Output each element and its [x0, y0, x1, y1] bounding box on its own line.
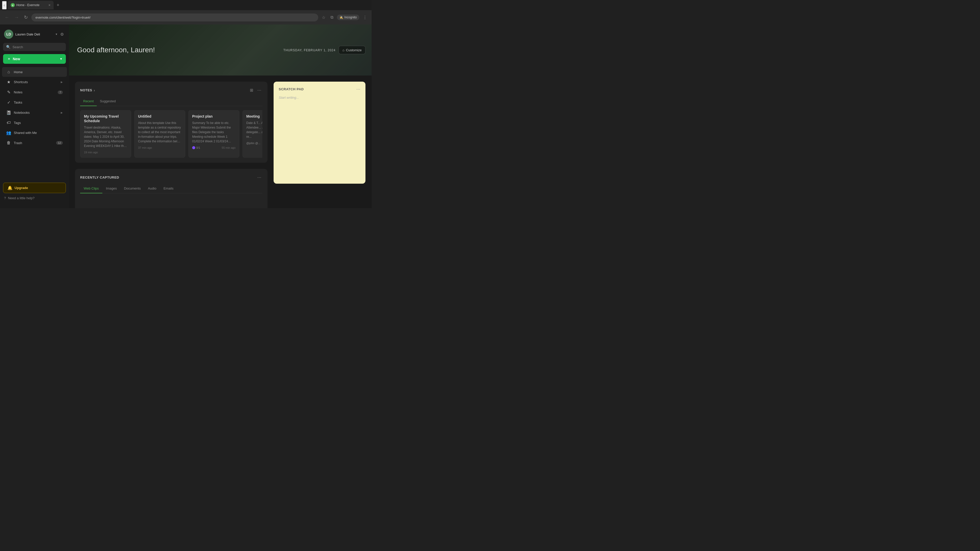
note-preview-2: About this template Use this template as… — [138, 121, 181, 144]
notes-widget-actions: ⊞ ⋯ — [249, 87, 262, 94]
note-preview-3: Summary To be able to etc. Major Milesto… — [192, 121, 235, 144]
tab-audio[interactable]: Audio — [144, 185, 160, 193]
customize-label: Customize — [346, 48, 362, 52]
tab-suggested[interactable]: Suggested — [97, 98, 119, 106]
note-meta-3: 0/1 55 min ago — [192, 146, 235, 149]
incognito-badge[interactable]: 🕵 Incognito — [337, 14, 360, 20]
tab-images[interactable]: Images — [102, 185, 121, 193]
user-name: Lauren Dale Deli — [15, 32, 54, 36]
note-title-1: My Upcoming Travel Schedule — [84, 114, 127, 123]
greeting-text: Good afternoon, Lauren! — [77, 46, 155, 54]
notes-menu-button[interactable]: ⋯ — [256, 87, 262, 94]
scratch-pad-menu-button[interactable]: ⋯ — [356, 87, 360, 92]
split-screen-button[interactable]: ⧉ — [329, 14, 335, 21]
home-icon: ⌂ — [6, 70, 11, 74]
note-card-1[interactable]: My Upcoming Travel Schedule Travel desti… — [80, 110, 131, 158]
content-area: NOTES › ⊞ ⋯ Recent Suggested — [69, 76, 372, 208]
browser-chrome: ‹ Home - Evernote × + ← → ↻ ☆ ⧉ 🕵 Incogn… — [0, 0, 372, 24]
note-time-3: 55 min ago — [222, 146, 235, 149]
sidebar-item-shortcuts[interactable]: ★ Shortcuts ▶ — [2, 77, 67, 87]
notes-tabs: Recent Suggested — [80, 98, 262, 106]
forward-button[interactable]: → — [13, 14, 21, 21]
menu-button[interactable]: ⋮ — [361, 14, 369, 21]
upgrade-label: Upgrade — [14, 186, 28, 190]
note-card-4[interactable]: Meeting Date & T... AM Goal the tasks...… — [242, 110, 262, 158]
trash-icon: 🗑 — [6, 141, 11, 145]
tab-history-back[interactable]: ‹ — [2, 1, 6, 10]
tab-title: Home - Evernote — [16, 3, 47, 7]
back-button[interactable]: ← — [3, 14, 11, 21]
tab-close-button[interactable]: × — [48, 3, 51, 7]
help-link[interactable]: ? Need a little help? — [3, 194, 66, 202]
incognito-icon: 🕵 — [339, 16, 343, 19]
new-button[interactable]: ＋ New ▾ — [3, 54, 66, 64]
sidebar-user[interactable]: LD Lauren Dale Deli ▾ ⚙ — [0, 27, 69, 42]
sidebar: LD Lauren Dale Deli ▾ ⚙ 🔍 Search ＋ New ▾… — [0, 24, 69, 208]
sidebar-item-home[interactable]: ⌂ Home — [2, 67, 67, 77]
notes-widget-header: NOTES › ⊞ ⋯ — [80, 87, 262, 94]
new-tab-button[interactable]: + — [55, 2, 62, 9]
captured-title: RECENTLY CAPTURED — [80, 176, 256, 179]
tab-web-clips[interactable]: Web Clips — [80, 185, 102, 193]
sidebar-nav: ⌂ Home ★ Shortcuts ▶ ✎ Notes 7 ✓ Tasks 📓… — [0, 67, 69, 179]
new-chevron-icon: ▾ — [60, 57, 62, 61]
search-bar[interactable]: 🔍 Search — [3, 43, 66, 51]
main-content: Good afternoon, Lauren! THURSDAY, FEBRUA… — [69, 24, 372, 208]
sidebar-item-tasks[interactable]: ✓ Tasks — [2, 97, 67, 107]
nav-notebooks-label: Notebooks — [14, 111, 58, 114]
scratch-pad-placeholder[interactable]: Start writing... — [279, 96, 360, 100]
note-meta-1: 19 min ago — [84, 151, 127, 154]
upgrade-button[interactable]: 🔔 Upgrade — [3, 183, 66, 193]
note-title-4: Meeting — [246, 114, 262, 119]
captured-menu-button[interactable]: ⋯ — [256, 174, 262, 181]
customize-icon: ⌂ — [342, 48, 345, 52]
tags-icon: 🏷 — [6, 121, 11, 125]
help-icon: ? — [4, 196, 6, 200]
task-dot-icon — [192, 146, 195, 149]
new-plus-icon: ＋ — [7, 57, 11, 61]
incognito-label: Incognito — [344, 16, 357, 19]
new-button-label: New — [13, 57, 58, 61]
notes-widget-title: NOTES — [80, 88, 92, 92]
notes-cards: My Upcoming Travel Schedule Travel desti… — [80, 110, 262, 158]
note-meta-4: @john @... 59 min a... — [246, 141, 262, 144]
active-tab[interactable]: Home - Evernote × — [8, 1, 54, 10]
tab-recent[interactable]: Recent — [80, 98, 97, 106]
note-mention-4: @john @... — [246, 141, 260, 144]
nav-trash-label: Trash — [14, 141, 54, 145]
nav-tags-label: Tags — [14, 121, 63, 125]
sidebar-item-notes[interactable]: ✎ Notes 7 — [2, 87, 67, 97]
tab-emails[interactable]: Emails — [160, 185, 177, 193]
sidebar-item-tags[interactable]: 🏷 Tags — [2, 118, 67, 127]
shortcuts-expand-icon: ▶ — [61, 81, 63, 83]
note-time-1: 19 min ago — [84, 151, 98, 154]
scratch-pad-header: SCRATCH PAD ⋯ — [279, 87, 360, 92]
tab-documents[interactable]: Documents — [121, 185, 145, 193]
notes-add-button[interactable]: ⊞ — [249, 87, 254, 94]
shared-icon: 👥 — [6, 130, 11, 135]
recently-captured-widget: RECENTLY CAPTURED ⋯ Web Clips Images Doc… — [75, 169, 267, 208]
customize-button[interactable]: ⌂ Customize — [339, 46, 366, 54]
url-bar[interactable] — [32, 14, 318, 21]
notes-badge: 7 — [58, 91, 63, 94]
nav-shortcuts-label: Shortcuts — [14, 80, 58, 84]
user-chevron-icon: ▾ — [56, 32, 57, 36]
date-customize-area: THURSDAY, FEBRUARY 1, 2024 ⌂ Customize — [283, 46, 366, 54]
notes-title-link[interactable]: NOTES › — [80, 88, 249, 92]
settings-button[interactable]: ⚙ — [59, 31, 65, 38]
captured-tabs: Web Clips Images Documents Audio Emails — [80, 185, 262, 193]
search-placeholder: Search — [13, 45, 23, 49]
note-time-2: 37 min ago — [138, 146, 152, 149]
nav-home-label: Home — [14, 70, 63, 74]
note-meta-2: 37 min ago — [138, 146, 181, 149]
sidebar-item-trash[interactable]: 🗑 Trash 12 — [2, 138, 67, 148]
date-display: THURSDAY, FEBRUARY 1, 2024 — [283, 48, 336, 52]
app-layout: LD Lauren Dale Deli ▾ ⚙ 🔍 Search ＋ New ▾… — [0, 24, 372, 208]
note-preview-1: Travel destinations: Alaska, America, De… — [84, 125, 127, 148]
note-card-2[interactable]: Untitled About this template Use this te… — [134, 110, 185, 158]
sidebar-item-notebooks[interactable]: 📓 Notebooks ▶ — [2, 108, 67, 118]
reload-button[interactable]: ↻ — [22, 14, 29, 21]
sidebar-item-shared[interactable]: 👥 Shared with Me — [2, 128, 67, 138]
bookmark-button[interactable]: ☆ — [320, 14, 327, 21]
note-card-3[interactable]: Project plan Summary To be able to etc. … — [188, 110, 239, 158]
